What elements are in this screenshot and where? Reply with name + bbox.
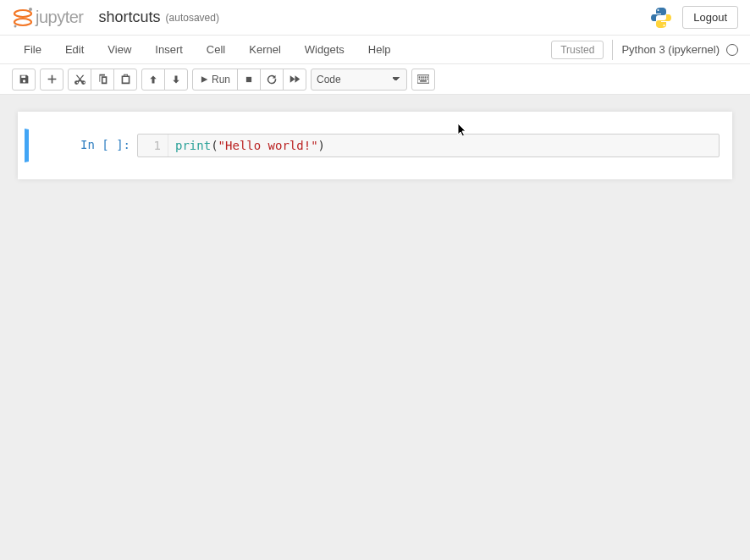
svg-point-1 bbox=[14, 19, 31, 25]
arrow-up-icon bbox=[148, 74, 158, 85]
restart-run-all-button[interactable] bbox=[283, 69, 306, 91]
kernel-area: Python 3 (ipykernel) bbox=[612, 40, 738, 60]
paste-button[interactable] bbox=[113, 69, 137, 91]
trusted-button[interactable]: Trusted bbox=[551, 41, 604, 59]
svg-point-2 bbox=[29, 8, 32, 11]
line-number-gutter: 1 bbox=[138, 135, 168, 156]
add-cell-button[interactable] bbox=[40, 69, 63, 91]
menu-edit[interactable]: Edit bbox=[53, 38, 96, 61]
menu-help[interactable]: Help bbox=[356, 38, 403, 61]
code-token-open: ( bbox=[211, 139, 218, 152]
plus-icon bbox=[47, 74, 58, 85]
notebook-area: In [ ]: 1 print("Hello world!") bbox=[0, 95, 750, 179]
cut-button[interactable] bbox=[68, 69, 91, 91]
header: jupyter shortcuts (autosaved) Logout bbox=[0, 0, 750, 36]
run-group: Run bbox=[192, 69, 306, 91]
save-icon bbox=[19, 74, 30, 85]
copy-icon bbox=[97, 74, 108, 85]
menu-widgets[interactable]: Widgets bbox=[293, 38, 356, 61]
jupyter-icon bbox=[12, 6, 34, 30]
stop-button[interactable] bbox=[237, 69, 261, 91]
move-group bbox=[141, 69, 188, 91]
jupyter-logo[interactable]: jupyter bbox=[12, 6, 84, 30]
code-input-area[interactable]: 1 print("Hello world!") bbox=[137, 134, 720, 157]
cut-icon bbox=[74, 74, 85, 85]
stop-icon bbox=[245, 75, 253, 84]
restart-icon bbox=[267, 74, 277, 85]
menu-file[interactable]: File bbox=[12, 38, 53, 61]
svg-rect-6 bbox=[246, 76, 251, 81]
run-label: Run bbox=[212, 74, 230, 85]
command-palette-button[interactable] bbox=[411, 69, 435, 91]
menu-view[interactable]: View bbox=[96, 38, 143, 61]
keyboard-icon bbox=[417, 74, 429, 84]
move-up-button[interactable] bbox=[141, 69, 165, 91]
svg-rect-8 bbox=[419, 76, 421, 78]
menu-kernel[interactable]: Kernel bbox=[237, 38, 293, 61]
play-icon bbox=[200, 75, 208, 84]
arrow-down-icon bbox=[171, 74, 181, 85]
svg-rect-13 bbox=[419, 79, 421, 80]
kernel-idle-icon bbox=[726, 44, 738, 56]
cut-copy-paste-group bbox=[68, 69, 137, 91]
menubar: File Edit View Insert Cell Kernel Widget… bbox=[0, 36, 750, 64]
svg-rect-15 bbox=[422, 79, 424, 80]
cell-type-select[interactable]: Code bbox=[311, 69, 407, 91]
move-down-button[interactable] bbox=[164, 69, 188, 91]
code-token-string: "Hello world!" bbox=[218, 139, 318, 152]
run-button[interactable]: Run bbox=[192, 69, 238, 91]
kernel-name[interactable]: Python 3 (ipykernel) bbox=[621, 43, 720, 56]
save-button[interactable] bbox=[12, 69, 36, 91]
restart-button[interactable] bbox=[260, 69, 284, 91]
svg-rect-11 bbox=[425, 76, 427, 78]
svg-point-4 bbox=[658, 8, 659, 10]
toolbar: Run Code bbox=[0, 64, 750, 95]
svg-rect-14 bbox=[421, 79, 422, 80]
svg-rect-18 bbox=[420, 80, 427, 82]
paste-icon bbox=[120, 74, 131, 85]
input-prompt: In [ ]: bbox=[29, 134, 137, 157]
autosave-status: (autosaved) bbox=[166, 12, 219, 24]
svg-rect-10 bbox=[422, 76, 424, 78]
copy-button[interactable] bbox=[91, 69, 114, 91]
logout-button[interactable]: Logout bbox=[682, 6, 738, 29]
code-cell[interactable]: In [ ]: 1 print("Hello world!") bbox=[25, 129, 725, 162]
svg-rect-12 bbox=[427, 76, 428, 78]
code-token-close: ) bbox=[318, 139, 325, 152]
notebook-title[interactable]: shortcuts bbox=[99, 8, 161, 26]
svg-rect-9 bbox=[421, 76, 422, 78]
svg-point-3 bbox=[14, 25, 17, 27]
svg-point-5 bbox=[664, 24, 665, 25]
jupyter-logo-text: jupyter bbox=[36, 8, 84, 27]
svg-rect-17 bbox=[427, 79, 428, 80]
python-icon bbox=[648, 5, 674, 30]
menu-insert[interactable]: Insert bbox=[143, 38, 195, 61]
fast-forward-icon bbox=[290, 74, 301, 84]
menu-cell[interactable]: Cell bbox=[195, 38, 237, 61]
svg-point-0 bbox=[14, 10, 31, 17]
code-token-func: print bbox=[175, 139, 211, 152]
svg-rect-16 bbox=[425, 79, 427, 80]
notebook-container: In [ ]: 1 print("Hello world!") bbox=[18, 112, 732, 179]
code-line[interactable]: print("Hello world!") bbox=[168, 135, 332, 156]
